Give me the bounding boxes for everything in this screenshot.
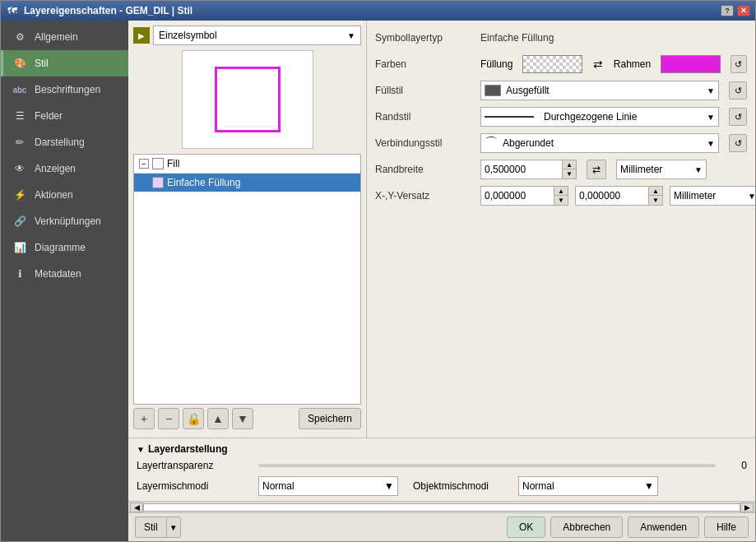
symbollayertyp-value: Einfache Füllung — [480, 32, 747, 44]
footer-buttons: Stil ▼ OK Abbrechen Anwenden Hilfe — [128, 512, 755, 541]
move-down-button[interactable]: ▼ — [232, 408, 253, 429]
y-versatz-input[interactable] — [575, 186, 649, 206]
y-spinner: ▲ ▼ — [649, 186, 663, 206]
x-input-wrap: ▲ ▼ — [480, 186, 568, 206]
sidebar-item-allgemein[interactable]: ⚙ Allgemein — [1, 24, 128, 50]
randstil-select[interactable]: Durchgezogene Linie ▼ — [480, 107, 719, 127]
collapse-arrow-icon: ▼ — [137, 445, 145, 454]
horizontal-scrollbar[interactable]: ◀ ▶ — [128, 501, 755, 512]
sidebar-item-metadaten[interactable]: ℹ Metadaten — [1, 261, 128, 287]
y-spin-down[interactable]: ▼ — [649, 196, 662, 205]
objektmischmodi-arrow: ▼ — [644, 480, 654, 492]
verbindungsstil-label: Verbindungsstil — [375, 137, 474, 149]
border-color-swatch[interactable] — [661, 55, 721, 73]
x-spin-up[interactable]: ▲ — [554, 187, 568, 196]
anzeigen-icon: 👁 — [12, 160, 28, 177]
verbindungsstil-arrow: ▼ — [707, 139, 715, 148]
y-spin-up[interactable]: ▲ — [649, 187, 662, 196]
xy-unit-select[interactable]: Millimeter ▼ — [670, 186, 755, 206]
sidebar-item-stil[interactable]: 🎨 Stil — [1, 50, 128, 76]
objektmischmodi-value: Normal — [522, 480, 554, 492]
fill-preview-icon — [485, 85, 501, 96]
randstil-reset[interactable]: ↺ — [729, 108, 747, 126]
symbol-type-row: ▶ Einzelsymbol ▼ — [133, 25, 361, 45]
farben-row: Farben Füllung ⇄ Rahmen ↺ — [375, 53, 747, 75]
sidebar-item-aktionen[interactable]: ⚡ Aktionen — [1, 182, 128, 208]
randbreite-spin-up[interactable]: ▲ — [563, 160, 576, 169]
x-versatz-input[interactable] — [480, 186, 554, 206]
help-button[interactable]: ? — [721, 5, 734, 16]
scroll-right-button[interactable]: ▶ — [740, 503, 754, 512]
sidebar-item-darstellung[interactable]: ✏ Darstellung — [1, 129, 128, 155]
remove-layer-button[interactable]: − — [158, 408, 179, 429]
verbindungsstil-row: Verbindungsstil ⌒ Abgerundet ▼ ↺ — [375, 132, 747, 154]
save-button[interactable]: Speichern — [299, 408, 361, 429]
sidebar-item-diagramme[interactable]: 📊 Diagramme — [1, 234, 128, 261]
randbreite-row: Randbreite ▲ ▼ ⇄ Millimeter ▼ — [375, 159, 747, 180]
stil-button-wrap: Stil ▼ — [135, 517, 181, 538]
objektmischmodi-select[interactable]: Normal ▼ — [518, 476, 658, 496]
sidebar-item-felder[interactable]: ☰ Felder — [1, 103, 128, 129]
fill-color-swatch[interactable] — [522, 55, 582, 73]
randbreite-exchange[interactable]: ⇄ — [587, 160, 606, 179]
beschriftungen-icon: abc — [12, 81, 28, 98]
main-content: ⚙ Allgemein 🎨 Stil abc Beschriftungen ☰ … — [1, 21, 755, 541]
color-exchange-button[interactable]: ⇄ — [589, 55, 607, 73]
tree-expand-icon[interactable]: − — [139, 159, 149, 169]
sidebar-label-anzeigen: Anzeigen — [35, 163, 76, 174]
farben-label: Farben — [375, 58, 474, 70]
xy-versatz-label: X-,Y-Versatz — [375, 190, 474, 202]
close-button[interactable]: ✕ — [737, 5, 750, 16]
top-area: ▶ Einzelsymbol ▼ − — [128, 21, 755, 438]
abbrechen-button[interactable]: Abbrechen — [550, 517, 623, 538]
sidebar-label-felder: Felder — [35, 110, 63, 122]
randbreite-input[interactable] — [480, 160, 563, 179]
tree-label-fill: Fill — [167, 158, 179, 169]
fuellstil-row: Füllstil Ausgefüllt ▼ ↺ — [375, 80, 747, 101]
tree-toolbar: + − 🔒 ▲ ▼ Speichern — [133, 405, 361, 433]
randbreite-spin-down[interactable]: ▼ — [563, 169, 576, 178]
props-panel: Symbollayertyp Einfache Füllung Farben F… — [367, 21, 755, 438]
allgemein-icon: ⚙ — [12, 29, 28, 45]
anwenden-button[interactable]: Anwenden — [628, 517, 699, 538]
sidebar-item-anzeigen[interactable]: 👁 Anzeigen — [1, 155, 128, 182]
verbindungsstil-select[interactable]: ⌒ Abgerundet ▼ — [480, 133, 719, 153]
symbol-area: ▶ Einzelsymbol ▼ − — [128, 21, 367, 438]
hilfe-button[interactable]: Hilfe — [704, 517, 749, 538]
transparency-slider[interactable] — [258, 464, 716, 467]
tree-item-einfache-fuellung[interactable]: Einfache Füllung — [134, 174, 360, 192]
x-spin-down[interactable]: ▼ — [554, 196, 568, 205]
randbreite-spinner: ▲ ▼ — [563, 160, 577, 179]
darstellung-icon: ✏ — [12, 134, 28, 151]
fuellstil-reset[interactable]: ↺ — [729, 81, 747, 100]
fuellstil-value: Ausgefüllt — [506, 85, 550, 96]
randbreite-unit-arrow: ▼ — [694, 165, 703, 174]
add-layer-button[interactable]: + — [133, 408, 155, 429]
sidebar-item-verknuepfungen[interactable]: 🔗 Verknüpfungen — [1, 208, 128, 234]
layermischmodi-select[interactable]: Normal ▼ — [258, 476, 398, 496]
verbindungsstil-reset[interactable]: ↺ — [729, 134, 747, 152]
stil-main-button[interactable]: Stil — [135, 517, 166, 538]
layer-tree: − Fill Einfache Füllung — [133, 154, 361, 405]
sidebar-item-beschriftungen[interactable]: abc Beschriftungen — [1, 76, 128, 103]
symbol-type-dropdown[interactable]: Einzelsymbol ▼ — [153, 25, 361, 45]
stil-dropdown-button[interactable]: ▼ — [166, 517, 181, 538]
scroll-track[interactable] — [143, 503, 740, 512]
tree-item-fill[interactable]: − Fill — [134, 155, 360, 174]
sidebar-label-allgemein: Allgemein — [35, 31, 78, 43]
sidebar-label-verknuepfungen: Verknüpfungen — [35, 215, 101, 227]
fuellstil-select-inner: Ausgefüllt — [485, 85, 707, 96]
ok-button[interactable]: OK — [507, 517, 545, 538]
border-color-reset[interactable]: ↺ — [730, 55, 747, 73]
window-icon: 🗺 — [6, 4, 19, 17]
lock-layer-button[interactable]: 🔒 — [183, 408, 204, 429]
layer-display-header[interactable]: ▼ Layerdarstellung — [137, 443, 747, 455]
randbreite-unit-select[interactable]: Millimeter ▼ — [616, 160, 707, 179]
move-up-button[interactable]: ▲ — [207, 408, 229, 429]
transparency-row: Layertransparenz 0 — [137, 460, 747, 471]
scroll-left-button[interactable]: ◀ — [130, 503, 143, 512]
layer-display-section: ▼ Layerdarstellung Layertransparenz 0 La… — [128, 438, 755, 501]
join-icon: ⌒ — [485, 135, 498, 152]
sidebar: ⚙ Allgemein 🎨 Stil abc Beschriftungen ☰ … — [1, 21, 128, 541]
fuellstil-select[interactable]: Ausgefüllt ▼ — [480, 81, 719, 100]
